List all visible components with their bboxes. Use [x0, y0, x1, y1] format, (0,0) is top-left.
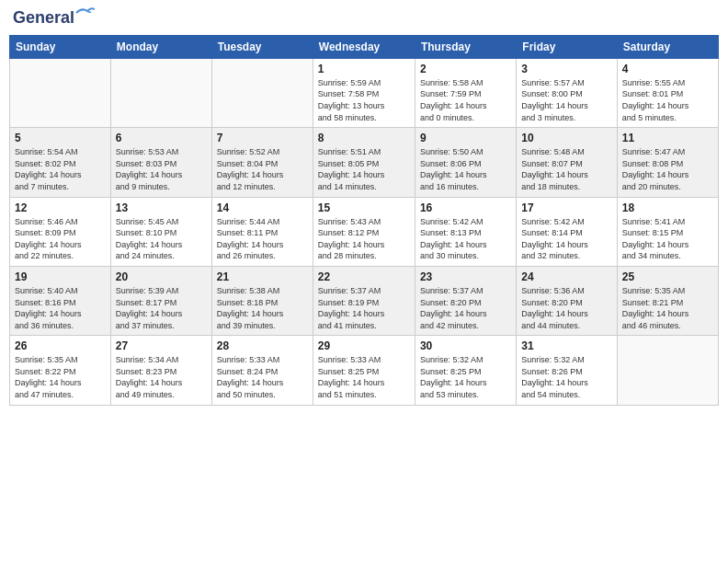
day-number: 25 [622, 270, 713, 283]
cell-content: Sunrise: 5:39 AMSunset: 8:17 PMDaylight:… [116, 285, 207, 331]
calendar-header-row: SundayMondayTuesdayWednesdayThursdayFrid… [10, 35, 719, 58]
weekday-header: Saturday [617, 35, 718, 58]
day-number: 29 [318, 339, 410, 352]
day-number: 19 [15, 270, 106, 283]
calendar-cell: 1Sunrise: 5:59 AMSunset: 7:58 PMDaylight… [313, 58, 415, 127]
calendar-cell: 3Sunrise: 5:57 AMSunset: 8:00 PMDaylight… [517, 58, 617, 127]
calendar-cell: 10Sunrise: 5:48 AMSunset: 8:07 PMDayligh… [517, 128, 617, 197]
calendar-week-row: 12Sunrise: 5:46 AMSunset: 8:09 PMDayligh… [10, 197, 719, 266]
calendar-cell: 13Sunrise: 5:45 AMSunset: 8:10 PMDayligh… [110, 197, 211, 266]
cell-content: Sunrise: 5:33 AMSunset: 8:24 PMDaylight:… [217, 354, 308, 400]
cell-content: Sunrise: 5:37 AMSunset: 8:20 PMDaylight:… [420, 285, 511, 331]
calendar-cell: 2Sunrise: 5:58 AMSunset: 7:59 PMDaylight… [415, 58, 516, 127]
page-header: General [9, 9, 719, 28]
day-number: 18 [622, 201, 713, 214]
cell-content: Sunrise: 5:41 AMSunset: 8:15 PMDaylight:… [622, 216, 713, 262]
calendar-cell: 12Sunrise: 5:46 AMSunset: 8:09 PMDayligh… [10, 197, 111, 266]
calendar-cell: 17Sunrise: 5:42 AMSunset: 8:14 PMDayligh… [517, 197, 617, 266]
day-number: 21 [217, 270, 308, 283]
day-number: 5 [15, 132, 106, 144]
calendar-table: SundayMondayTuesdayWednesdayThursdayFrid… [9, 35, 719, 406]
calendar-week-row: 5Sunrise: 5:54 AMSunset: 8:02 PMDaylight… [10, 128, 719, 197]
calendar-cell: 11Sunrise: 5:47 AMSunset: 8:08 PMDayligh… [617, 128, 718, 197]
cell-content: Sunrise: 5:48 AMSunset: 8:07 PMDaylight:… [521, 146, 611, 192]
calendar-cell [110, 58, 211, 127]
day-number: 15 [318, 201, 410, 214]
calendar-cell: 21Sunrise: 5:38 AMSunset: 8:18 PMDayligh… [211, 266, 313, 335]
calendar-cell: 30Sunrise: 5:32 AMSunset: 8:25 PMDayligh… [415, 336, 516, 405]
cell-content: Sunrise: 5:35 AMSunset: 8:22 PMDaylight:… [15, 354, 106, 400]
cell-content: Sunrise: 5:46 AMSunset: 8:09 PMDaylight:… [15, 216, 106, 262]
cell-content: Sunrise: 5:32 AMSunset: 8:25 PMDaylight:… [420, 354, 511, 400]
cell-content: Sunrise: 5:32 AMSunset: 8:26 PMDaylight:… [521, 354, 611, 400]
day-number: 14 [217, 201, 308, 214]
cell-content: Sunrise: 5:58 AMSunset: 7:59 PMDaylight:… [420, 77, 511, 123]
day-number: 17 [521, 201, 611, 214]
cell-content: Sunrise: 5:52 AMSunset: 8:04 PMDaylight:… [217, 146, 308, 192]
day-number: 1 [318, 63, 410, 75]
day-number: 7 [217, 132, 308, 144]
calendar-cell: 25Sunrise: 5:35 AMSunset: 8:21 PMDayligh… [617, 266, 718, 335]
day-number: 11 [622, 132, 713, 144]
day-number: 23 [420, 270, 511, 283]
calendar-cell: 23Sunrise: 5:37 AMSunset: 8:20 PMDayligh… [415, 266, 516, 335]
cell-content: Sunrise: 5:59 AMSunset: 7:58 PMDaylight:… [318, 77, 410, 123]
day-number: 24 [521, 270, 611, 283]
day-number: 12 [15, 201, 106, 214]
day-number: 31 [521, 339, 611, 352]
calendar-cell: 5Sunrise: 5:54 AMSunset: 8:02 PMDaylight… [10, 128, 111, 197]
calendar-cell: 15Sunrise: 5:43 AMSunset: 8:12 PMDayligh… [313, 197, 415, 266]
calendar-cell: 4Sunrise: 5:55 AMSunset: 8:01 PMDaylight… [617, 58, 718, 127]
day-number: 2 [420, 63, 511, 75]
calendar-week-row: 26Sunrise: 5:35 AMSunset: 8:22 PMDayligh… [10, 336, 719, 405]
day-number: 26 [15, 339, 106, 352]
calendar-cell: 31Sunrise: 5:32 AMSunset: 8:26 PMDayligh… [517, 336, 617, 405]
day-number: 16 [420, 201, 511, 214]
calendar-cell: 8Sunrise: 5:51 AMSunset: 8:05 PMDaylight… [313, 128, 415, 197]
calendar-cell [211, 58, 313, 127]
logo: General [13, 9, 74, 28]
calendar-cell: 26Sunrise: 5:35 AMSunset: 8:22 PMDayligh… [10, 336, 111, 405]
day-number: 8 [318, 132, 410, 144]
cell-content: Sunrise: 5:38 AMSunset: 8:18 PMDaylight:… [217, 285, 308, 331]
cell-content: Sunrise: 5:37 AMSunset: 8:19 PMDaylight:… [318, 285, 410, 331]
calendar-cell: 29Sunrise: 5:33 AMSunset: 8:25 PMDayligh… [313, 336, 415, 405]
cell-content: Sunrise: 5:33 AMSunset: 8:25 PMDaylight:… [318, 354, 410, 400]
cell-content: Sunrise: 5:50 AMSunset: 8:06 PMDaylight:… [420, 146, 511, 192]
calendar-week-row: 19Sunrise: 5:40 AMSunset: 8:16 PMDayligh… [10, 266, 719, 335]
calendar-cell: 9Sunrise: 5:50 AMSunset: 8:06 PMDaylight… [415, 128, 516, 197]
day-number: 6 [116, 132, 207, 144]
weekday-header: Monday [110, 35, 211, 58]
weekday-header: Sunday [10, 35, 111, 58]
cell-content: Sunrise: 5:55 AMSunset: 8:01 PMDaylight:… [622, 77, 713, 123]
logo-text: General [13, 8, 74, 27]
calendar-cell: 7Sunrise: 5:52 AMSunset: 8:04 PMDaylight… [211, 128, 313, 197]
weekday-header: Thursday [415, 35, 516, 58]
day-number: 9 [420, 132, 511, 144]
cell-content: Sunrise: 5:44 AMSunset: 8:11 PMDaylight:… [217, 216, 308, 262]
cell-content: Sunrise: 5:54 AMSunset: 8:02 PMDaylight:… [15, 146, 106, 192]
calendar-cell: 28Sunrise: 5:33 AMSunset: 8:24 PMDayligh… [211, 336, 313, 405]
day-number: 27 [116, 339, 207, 352]
weekday-header: Tuesday [211, 35, 313, 58]
calendar-week-row: 1Sunrise: 5:59 AMSunset: 7:58 PMDaylight… [10, 58, 719, 127]
calendar-cell [617, 336, 718, 405]
cell-content: Sunrise: 5:42 AMSunset: 8:14 PMDaylight:… [521, 216, 611, 262]
calendar-cell: 24Sunrise: 5:36 AMSunset: 8:20 PMDayligh… [517, 266, 617, 335]
cell-content: Sunrise: 5:34 AMSunset: 8:23 PMDaylight:… [116, 354, 207, 400]
cell-content: Sunrise: 5:53 AMSunset: 8:03 PMDaylight:… [116, 146, 207, 192]
weekday-header: Friday [517, 35, 617, 58]
cell-content: Sunrise: 5:45 AMSunset: 8:10 PMDaylight:… [116, 216, 207, 262]
day-number: 28 [217, 339, 308, 352]
calendar-cell: 27Sunrise: 5:34 AMSunset: 8:23 PMDayligh… [110, 336, 211, 405]
cell-content: Sunrise: 5:47 AMSunset: 8:08 PMDaylight:… [622, 146, 713, 192]
cell-content: Sunrise: 5:42 AMSunset: 8:13 PMDaylight:… [420, 216, 511, 262]
calendar-cell: 18Sunrise: 5:41 AMSunset: 8:15 PMDayligh… [617, 197, 718, 266]
calendar-cell: 19Sunrise: 5:40 AMSunset: 8:16 PMDayligh… [10, 266, 111, 335]
logo-bird-icon [74, 6, 95, 20]
cell-content: Sunrise: 5:51 AMSunset: 8:05 PMDaylight:… [318, 146, 410, 192]
calendar-cell: 14Sunrise: 5:44 AMSunset: 8:11 PMDayligh… [211, 197, 313, 266]
cell-content: Sunrise: 5:57 AMSunset: 8:00 PMDaylight:… [521, 77, 611, 123]
calendar-cell [10, 58, 111, 127]
day-number: 20 [116, 270, 207, 283]
